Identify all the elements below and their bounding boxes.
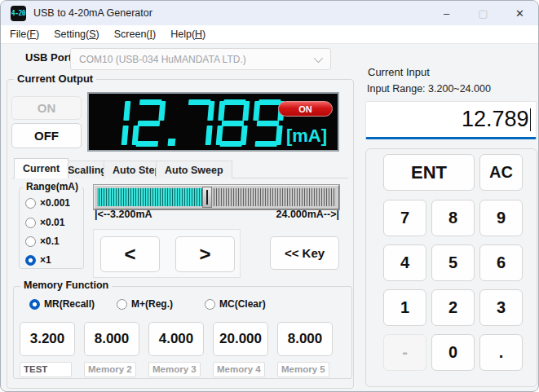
slider-max-label: 24.000mA-->| xyxy=(276,209,340,220)
memory-mode-recall[interactable]: MR(Recall) xyxy=(29,298,95,310)
radio-icon xyxy=(25,218,36,228)
key-7[interactable]: 7 xyxy=(383,200,426,236)
step-up-button[interactable]: > xyxy=(175,236,235,272)
tab-current[interactable]: Current xyxy=(14,158,68,178)
output-off-button[interactable]: OFF xyxy=(11,123,82,148)
unit-label: [mA] xyxy=(286,126,327,147)
radio-checked-icon xyxy=(25,255,36,266)
tab-strip: Current Scalling Auto Step Auto Sweep xyxy=(12,158,348,178)
menu-help[interactable]: Help(H) xyxy=(163,25,213,43)
memory-button-5[interactable]: 8.000 xyxy=(277,322,333,356)
radio-icon xyxy=(117,299,127,310)
input-range-value: 3.200~24.000 xyxy=(428,83,491,95)
radio-checked-icon xyxy=(29,299,40,310)
range-option-01[interactable]: ×0.1 xyxy=(25,236,60,247)
radio-icon xyxy=(25,198,36,209)
current-input-value: 12.789 xyxy=(462,107,529,132)
key-6[interactable]: 6 xyxy=(479,244,523,281)
chevron-down-icon xyxy=(314,54,323,63)
step-button-panel: < > xyxy=(93,229,241,278)
memory-button-3[interactable]: 4.000 xyxy=(148,322,204,356)
memory-group-title: Memory Function xyxy=(20,280,112,291)
memory-button-2[interactable]: 8.000 xyxy=(84,322,139,356)
slider-track[interactable] xyxy=(97,188,336,206)
menu-setting[interactable]: Setting(S) xyxy=(46,25,107,43)
key-4[interactable]: 4 xyxy=(383,244,426,281)
usb-port-label: USB Port xyxy=(25,51,72,64)
app-window: 4-20 USB to 4-20mA Generator – ▢ ✕ File(… xyxy=(0,0,539,392)
output-status-badge: ON xyxy=(278,101,333,117)
seven-segment-value xyxy=(96,99,285,147)
range-option-0001[interactable]: ×0.001 xyxy=(25,197,70,209)
key-ent[interactable]: ENT xyxy=(383,154,475,191)
tab-auto-sweep[interactable]: Auto Sweep xyxy=(156,161,232,178)
range-option-001[interactable]: ×0.01 xyxy=(25,217,64,228)
menu-bar: File(F) Setting(S) Screen(I) Help(H) xyxy=(1,25,538,44)
key-5[interactable]: 5 xyxy=(431,244,475,281)
memory-button-1[interactable]: 3.200 xyxy=(20,322,75,356)
menu-file[interactable]: File(F) xyxy=(2,25,46,43)
key-minus: - xyxy=(383,334,426,371)
app-icon: 4-20 xyxy=(11,6,26,21)
memory-function-group: Memory Function MR(Recall) M+(Reg.) MC(C… xyxy=(13,286,352,379)
memory-name-field-1[interactable]: TEST xyxy=(20,362,72,377)
menu-screen[interactable]: Screen(I) xyxy=(107,25,163,43)
seven-segment-display: ON [mA] xyxy=(87,92,339,152)
minimize-button[interactable]: – xyxy=(428,1,465,25)
memory-button-4[interactable]: 20.000 xyxy=(213,322,268,356)
memory-name-field-2[interactable]: Memory 2 xyxy=(84,362,136,377)
text-cursor xyxy=(530,108,532,131)
range-group-title: Range(mA) xyxy=(23,181,82,192)
slider-min-label: |<--3.200mA xyxy=(95,209,152,220)
memory-name-field-3[interactable]: Memory 3 xyxy=(148,362,201,377)
current-slider[interactable] xyxy=(94,185,339,209)
slider-fill xyxy=(97,188,207,206)
current-output-group: Current Output ON OFF ON [mA] Current Sc… xyxy=(7,79,354,389)
key-dot[interactable]: . xyxy=(479,334,523,371)
radio-icon xyxy=(25,236,36,247)
radio-icon xyxy=(205,299,215,310)
window-controls: – ▢ ✕ xyxy=(428,1,538,25)
key-3[interactable]: 3 xyxy=(479,289,523,326)
range-option-1[interactable]: ×1 xyxy=(25,254,51,266)
usb-port-select[interactable]: COM10 (USB-034 HuMANDATA LTD.) xyxy=(70,48,331,70)
maximize-button: ▢ xyxy=(465,1,501,25)
memory-name-field-5[interactable]: Memory 5 xyxy=(277,362,329,377)
key-0[interactable]: 0 xyxy=(431,334,475,371)
key-8[interactable]: 8 xyxy=(431,200,475,236)
input-range-label: Input Range: 3.200~24.000 xyxy=(367,83,491,95)
key-9[interactable]: 9 xyxy=(479,200,523,236)
current-output-title: Current Output xyxy=(14,73,96,85)
current-input-label: Current Input xyxy=(368,66,430,78)
key-2[interactable]: 2 xyxy=(431,289,475,326)
usb-port-value: COM10 (USB-034 HuMANDATA LTD.) xyxy=(79,54,246,65)
key-1[interactable]: 1 xyxy=(383,289,426,326)
output-on-button: ON xyxy=(11,96,82,120)
step-down-button[interactable]: < xyxy=(100,236,160,272)
memory-mode-register[interactable]: M+(Reg.) xyxy=(117,298,173,310)
slider-handle[interactable] xyxy=(202,187,212,208)
slider-labels: |<--3.200mA 24.000mA-->| xyxy=(95,209,339,220)
memory-mode-clear[interactable]: MC(Clear) xyxy=(205,298,266,310)
key-ac[interactable]: AC xyxy=(479,154,523,191)
numeric-keypad: ENT AC 7 8 9 4 5 6 1 2 3 - 0 . xyxy=(365,148,537,387)
key-mode-button[interactable]: << Key xyxy=(270,236,339,270)
memory-name-field-4[interactable]: Memory 4 xyxy=(213,362,265,377)
title-bar: 4-20 USB to 4-20mA Generator – ▢ ✕ xyxy=(1,1,538,25)
close-button[interactable]: ✕ xyxy=(501,1,538,25)
range-group: Range(mA) ×0.001 ×0.01 ×0.1 ×1 xyxy=(19,187,84,269)
current-input-field[interactable]: 12.789 xyxy=(365,101,537,139)
window-title: USB to 4-20mA Generator xyxy=(33,7,152,19)
